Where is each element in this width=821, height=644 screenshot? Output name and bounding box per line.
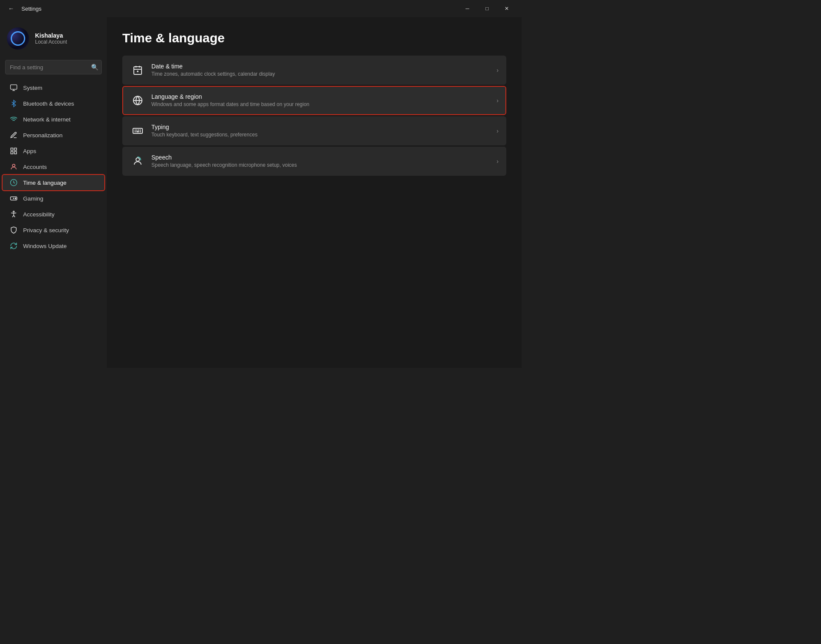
page-title: Time & language [122,31,506,45]
sidebar-item-label-time: Time & language [23,180,67,186]
sidebar-item-gaming[interactable]: Gaming [3,191,104,206]
sidebar-item-label-accessibility: Accessibility [23,211,55,218]
svg-rect-4 [15,152,17,154]
bluetooth-icon [9,99,18,108]
sidebar-item-label-personalization: Personalization [23,132,62,139]
speech-setting-desc: Speech language, speech recognition micr… [151,162,492,169]
main-content: Time & language Date & time Time zones, … [107,17,522,368]
network-icon [9,115,18,124]
typing-setting-desc: Touch keyboard, text suggestions, prefer… [151,131,492,139]
sidebar: Kishalaya Local Account 🔍 System Bluetoo… [0,17,107,368]
svg-rect-1 [11,148,13,150]
speech-setting-icon [130,154,145,169]
time-icon [9,178,18,187]
language-setting-title: Language & region [151,93,492,100]
sidebar-item-label-apps: Apps [23,148,36,154]
sidebar-item-accessibility[interactable]: Accessibility [3,207,104,222]
maximize-button[interactable]: □ [477,2,497,15]
sidebar-item-privacy[interactable]: Privacy & security [3,222,104,238]
language-chevron-icon: › [496,97,499,104]
sidebar-item-label-privacy: Privacy & security [23,227,69,233]
svg-rect-3 [11,152,13,154]
sidebar-item-label-network: Network & internet [23,116,71,123]
titlebar-left: ← Settings [5,3,458,15]
sidebar-item-label-accounts: Accounts [23,164,47,170]
back-button[interactable]: ← [5,3,17,15]
settings-item-speech[interactable]: Speech Speech language, speech recogniti… [122,147,506,176]
close-button[interactable]: ✕ [497,2,517,15]
typing-setting-icon [130,123,145,139]
user-section[interactable]: Kishalaya Local Account [0,21,107,58]
sidebar-item-bluetooth[interactable]: Bluetooth & devices [3,96,104,111]
language-setting-icon [130,93,145,108]
datetime-setting-desc: Time zones, automatic clock settings, ca… [151,71,492,78]
sidebar-item-apps[interactable]: Apps [3,143,104,159]
settings-list: Date & time Time zones, automatic clock … [122,56,506,176]
minimize-button[interactable]: ─ [458,2,477,15]
titlebar: ← Settings ─ □ ✕ [0,0,522,17]
datetime-chevron-icon: › [496,67,499,74]
svg-point-11 [15,198,16,199]
search-box[interactable]: 🔍 [5,60,102,74]
personalization-icon [9,131,18,139]
update-icon [9,242,18,250]
titlebar-title: Settings [21,6,41,12]
system-icon [9,83,18,92]
sidebar-item-system[interactable]: System [3,80,104,95]
gaming-icon [9,194,18,203]
svg-rect-0 [11,85,17,89]
sidebar-item-label-bluetooth: Bluetooth & devices [23,100,74,107]
accounts-icon [9,162,18,171]
svg-point-12 [13,211,15,213]
svg-point-5 [12,164,15,167]
sidebar-item-accounts[interactable]: Accounts [3,159,104,174]
app-container: Kishalaya Local Account 🔍 System Bluetoo… [0,17,522,368]
nav-list: System Bluetooth & devices Network & int… [0,80,107,254]
svg-rect-19 [133,128,142,133]
search-icon: 🔍 [91,64,98,71]
user-info: Kishalaya Local Account [35,32,67,45]
svg-point-17 [137,71,138,72]
user-name: Kishalaya [35,32,67,39]
sidebar-item-label-system: System [23,85,42,91]
sidebar-item-update[interactable]: Windows Update [3,238,104,254]
sidebar-item-label-gaming: Gaming [23,195,43,202]
sidebar-item-label-update: Windows Update [23,243,67,249]
datetime-setting-title: Date & time [151,63,492,70]
typing-chevron-icon: › [496,127,499,134]
sidebar-item-personalization[interactable]: Personalization [3,127,104,143]
settings-item-language[interactable]: Language & region Windows and some apps … [122,86,506,115]
speech-setting-title: Speech [151,154,492,161]
typing-setting-title: Typing [151,124,492,130]
speech-setting-text: Speech Speech language, speech recogniti… [151,154,492,169]
search-input[interactable] [5,60,102,74]
user-type: Local Account [35,39,67,45]
language-setting-desc: Windows and some apps format dates and t… [151,101,492,108]
sidebar-item-network[interactable]: Network & internet [3,112,104,127]
speech-chevron-icon: › [496,158,499,165]
accessibility-icon [9,210,18,219]
svg-rect-2 [15,148,17,150]
avatar [7,27,29,50]
privacy-icon [9,226,18,234]
datetime-setting-icon [130,62,145,78]
typing-setting-text: Typing Touch keyboard, text suggestions,… [151,124,492,139]
settings-item-datetime[interactable]: Date & time Time zones, automatic clock … [122,56,506,85]
apps-icon [9,147,18,155]
sidebar-item-time[interactable]: Time & language [3,175,104,190]
settings-item-typing[interactable]: Typing Touch keyboard, text suggestions,… [122,116,506,145]
svg-point-27 [136,158,139,161]
datetime-setting-text: Date & time Time zones, automatic clock … [151,63,492,78]
language-setting-text: Language & region Windows and some apps … [151,93,492,108]
titlebar-controls: ─ □ ✕ [458,2,517,15]
